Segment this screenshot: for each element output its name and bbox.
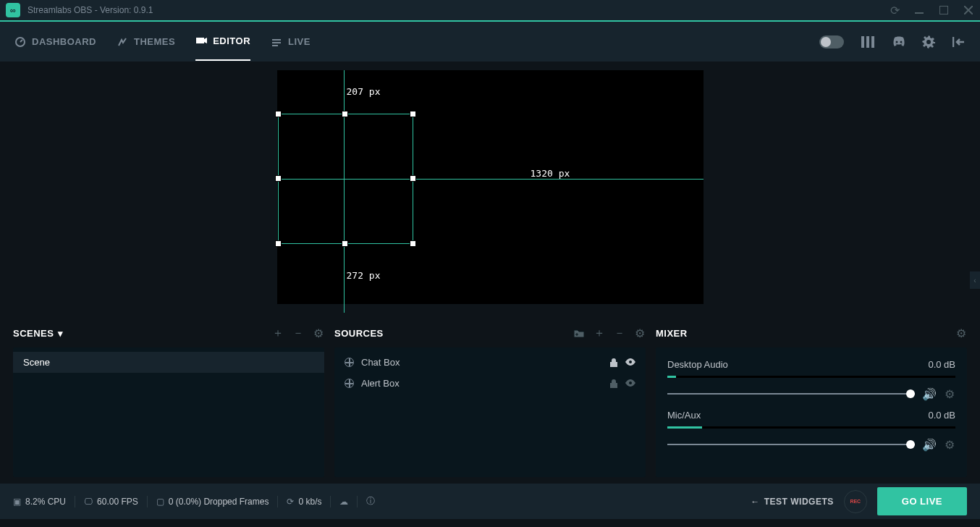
stat-bitrate-value: 0 kb/s <box>298 497 321 507</box>
handle-mid-left[interactable] <box>275 175 282 182</box>
nav-dashboard[interactable]: DASHBOARD <box>14 24 96 60</box>
sources-list: Chat Box Alert Box <box>334 347 646 477</box>
mixer-panel: MIXER ⚙ Desktop Audio 0.0 dB 🔊 ⚙ <box>656 323 967 477</box>
dimension-bottom: 272 px <box>347 270 381 281</box>
divider <box>277 496 278 507</box>
record-label: REC <box>850 499 861 504</box>
mute-icon[interactable]: 🔊 <box>924 439 935 450</box>
nav-editor-label: EDITOR <box>213 35 250 46</box>
maximize-button[interactable] <box>938 4 950 16</box>
footer: ▣8.2% CPU 🖵60.00 FPS ▢0 (0.0%) Dropped F… <box>0 483 980 519</box>
stat-fps: 🖵60.00 FPS <box>84 497 138 507</box>
go-live-button[interactable]: GO LIVE <box>877 487 967 515</box>
slider-thumb[interactable] <box>906 440 915 449</box>
sources-folder-button[interactable] <box>573 327 585 339</box>
mute-icon[interactable]: 🔊 <box>924 388 935 400</box>
eye-icon[interactable] <box>625 379 635 388</box>
info-icon: ⓘ <box>366 495 375 507</box>
bitrate-icon: ⟳ <box>287 497 294 507</box>
logout-icon[interactable] <box>952 35 966 49</box>
scenes-settings-button[interactable]: ⚙ <box>313 327 324 339</box>
mixer-gear-icon[interactable]: ⚙ <box>944 388 955 400</box>
handle-top-mid[interactable] <box>342 111 348 117</box>
volume-slider[interactable] <box>667 393 915 395</box>
refresh-icon[interactable]: ⟳ <box>889 4 900 16</box>
scenes-add-button[interactable]: ＋ <box>272 327 284 339</box>
sources-remove-button[interactable]: － <box>614 327 625 339</box>
night-mode-toggle[interactable] <box>819 35 844 49</box>
lock-icon[interactable] <box>609 358 618 367</box>
titlebar: ∞ Streamlabs OBS - Version: 0.9.1 ⟳ <box>0 0 980 22</box>
sidebar-expand[interactable]: ‹ <box>970 271 980 289</box>
arrow-left-icon: ← <box>751 497 760 507</box>
handle-top-left[interactable] <box>275 111 282 117</box>
preview-area[interactable]: 207 px 272 px 1320 px <box>0 62 980 313</box>
scenes-remove-button[interactable]: － <box>292 327 304 339</box>
handle-bot-mid[interactable] <box>342 240 348 247</box>
minimize-button[interactable] <box>913 4 925 16</box>
preview-canvas[interactable]: 207 px 272 px 1320 px <box>277 70 704 304</box>
svg-point-11 <box>900 41 903 43</box>
source-item-label: Alert Box <box>361 378 400 389</box>
svg-rect-6 <box>272 45 278 46</box>
test-widgets-label: TEST WIDGETS <box>764 497 834 507</box>
editor-icon <box>195 35 207 47</box>
nav-editor[interactable]: EDITOR <box>195 23 250 61</box>
navbar: DASHBOARD THEMES EDITOR LIVE <box>0 22 980 62</box>
chevron-down-icon: ▾ <box>58 328 64 339</box>
mixer-channel-name: Mic/Aux <box>667 410 701 421</box>
mixer-list: Desktop Audio 0.0 dB 🔊 ⚙ Mic/Aux 0.0 dB <box>656 347 967 477</box>
nav-themes-label: THEMES <box>134 36 175 47</box>
scenes-title[interactable]: SCENES ▾ <box>13 328 64 339</box>
mixer-channel-level: 0.0 dB <box>928 359 955 370</box>
stat-dropped: ▢0 (0.0%) Dropped Frames <box>156 497 269 507</box>
nav-live-label: LIVE <box>288 36 311 47</box>
stat-info[interactable]: ⓘ <box>366 495 375 507</box>
slider-thumb[interactable] <box>906 389 915 398</box>
mixer-settings-button[interactable]: ⚙ <box>955 327 967 339</box>
nav-live[interactable]: LIVE <box>271 24 311 60</box>
svg-rect-1 <box>939 6 948 14</box>
divider <box>357 496 358 507</box>
handle-bot-left[interactable] <box>275 240 282 247</box>
close-button[interactable] <box>963 4 974 16</box>
mixer-channel-level: 0.0 dB <box>928 410 955 421</box>
eye-icon[interactable] <box>625 358 635 367</box>
source-item[interactable]: Chat Box <box>334 352 646 373</box>
handle-bot-right[interactable] <box>410 240 416 247</box>
mixer-gear-icon[interactable]: ⚙ <box>944 439 955 450</box>
discord-icon[interactable] <box>892 35 905 49</box>
layout-icon[interactable] <box>861 35 874 49</box>
lock-icon[interactable] <box>609 379 618 388</box>
divider <box>75 496 75 507</box>
record-button[interactable]: REC <box>844 490 867 513</box>
stat-cpu: ▣8.2% CPU <box>13 497 66 507</box>
svg-rect-7 <box>861 36 864 48</box>
dropped-icon: ▢ <box>156 497 164 507</box>
sources-add-button[interactable]: ＋ <box>594 327 605 339</box>
source-item[interactable]: Alert Box <box>334 373 646 394</box>
divider <box>330 496 331 507</box>
handle-mid-right[interactable] <box>410 175 416 182</box>
cloud-icon: ☁ <box>339 497 348 507</box>
svg-rect-5 <box>272 42 281 43</box>
nav-themes[interactable]: THEMES <box>117 24 175 60</box>
settings-icon[interactable] <box>922 35 935 49</box>
sources-panel: SOURCES ＋ － ⚙ Chat Box <box>334 323 646 477</box>
nav-dashboard-label: DASHBOARD <box>32 36 96 47</box>
stat-cloud[interactable]: ☁ <box>339 497 348 507</box>
mixer-channel-name: Desktop Audio <box>667 359 728 370</box>
mixer-channel: Mic/Aux 0.0 dB 🔊 ⚙ <box>656 402 967 453</box>
sources-settings-button[interactable]: ⚙ <box>634 327 646 339</box>
sources-title: SOURCES <box>334 328 384 339</box>
test-widgets-button[interactable]: ← TEST WIDGETS <box>751 497 834 507</box>
mixer-channel: Desktop Audio 0.0 dB 🔊 ⚙ <box>656 352 967 402</box>
stat-bitrate: ⟳0 kb/s <box>287 497 321 507</box>
selection-box[interactable] <box>278 114 413 244</box>
scene-item[interactable]: Scene <box>13 352 324 373</box>
handle-top-right[interactable] <box>410 111 416 117</box>
volume-slider[interactable] <box>667 444 915 445</box>
svg-rect-0 <box>915 12 924 14</box>
stat-dropped-value: 0 (0.0%) Dropped Frames <box>169 497 269 507</box>
scene-item-label: Scene <box>23 357 50 368</box>
